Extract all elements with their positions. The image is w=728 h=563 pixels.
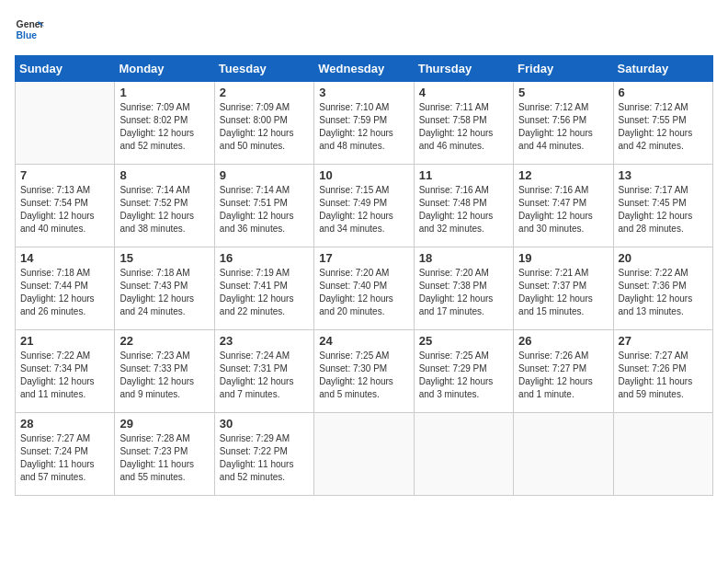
calendar-week-row: 1Sunrise: 7:09 AMSunset: 8:02 PMDaylight… bbox=[16, 82, 713, 165]
cell-info-line: and 11 minutes. bbox=[20, 388, 109, 401]
cell-info-line: Daylight: 11 hours bbox=[220, 458, 309, 471]
cell-info-line: and 50 minutes. bbox=[220, 140, 309, 153]
svg-text:General: General bbox=[17, 19, 44, 29]
cell-info-line: Sunrise: 7:09 AM bbox=[220, 101, 309, 114]
cell-info-line: Sunset: 7:48 PM bbox=[419, 197, 508, 210]
day-number: 17 bbox=[319, 251, 408, 265]
day-number: 18 bbox=[419, 251, 508, 265]
cell-info-line: Sunset: 7:58 PM bbox=[419, 114, 508, 127]
cell-info-line: Daylight: 12 hours bbox=[518, 293, 608, 305]
cell-info-line: Sunset: 7:37 PM bbox=[518, 280, 608, 293]
cell-info-line: and 44 minutes. bbox=[518, 140, 608, 153]
cell-info-line: Sunset: 7:56 PM bbox=[518, 114, 608, 127]
cell-info-line: Daylight: 12 hours bbox=[119, 127, 209, 140]
cell-info-line: Sunrise: 7:27 AM bbox=[619, 350, 708, 362]
cell-info-line: Sunset: 7:24 PM bbox=[20, 445, 109, 458]
cell-info-line: and 28 minutes. bbox=[619, 223, 708, 236]
calendar-cell: 18Sunrise: 7:20 AMSunset: 7:38 PMDayligh… bbox=[414, 247, 513, 330]
cell-info-line: Sunrise: 7:17 AM bbox=[619, 184, 708, 197]
cell-info-line: and 15 minutes. bbox=[518, 305, 608, 318]
cell-info-line: Daylight: 12 hours bbox=[220, 210, 309, 223]
cell-info-line: and 32 minutes. bbox=[419, 223, 508, 236]
calendar-cell: 26Sunrise: 7:26 AMSunset: 7:27 PMDayligh… bbox=[514, 330, 613, 413]
cell-info-line: and 40 minutes. bbox=[20, 223, 109, 236]
cell-info-line: Daylight: 12 hours bbox=[619, 293, 708, 305]
cell-info-line: Sunrise: 7:12 AM bbox=[619, 101, 708, 114]
cell-info-line: Sunset: 7:31 PM bbox=[220, 362, 309, 375]
day-number: 10 bbox=[319, 168, 408, 182]
calendar-cell: 20Sunrise: 7:22 AMSunset: 7:36 PMDayligh… bbox=[613, 247, 712, 330]
cell-info-line: Sunset: 7:47 PM bbox=[518, 197, 608, 210]
cell-info-line: and 55 minutes. bbox=[119, 471, 209, 484]
cell-info-line: Sunset: 7:23 PM bbox=[119, 445, 209, 458]
calendar-cell: 23Sunrise: 7:24 AMSunset: 7:31 PMDayligh… bbox=[214, 330, 313, 413]
cell-info-line: Daylight: 11 hours bbox=[619, 375, 708, 388]
cell-info-line: Sunrise: 7:21 AM bbox=[518, 267, 608, 280]
day-number: 21 bbox=[20, 334, 109, 348]
calendar-cell: 12Sunrise: 7:16 AMSunset: 7:47 PMDayligh… bbox=[514, 165, 613, 247]
calendar-cell bbox=[314, 413, 414, 496]
cell-info-line: Sunset: 7:41 PM bbox=[220, 280, 309, 293]
calendar-cell: 16Sunrise: 7:19 AMSunset: 7:41 PMDayligh… bbox=[214, 247, 313, 330]
cell-info-line: Sunset: 7:33 PM bbox=[119, 362, 209, 375]
calendar-week-row: 21Sunrise: 7:22 AMSunset: 7:34 PMDayligh… bbox=[16, 330, 713, 413]
day-header-saturday: Saturday bbox=[613, 56, 712, 82]
cell-info-line: and 52 minutes. bbox=[119, 140, 209, 153]
cell-info-line: Daylight: 12 hours bbox=[419, 375, 508, 388]
calendar-table: SundayMondayTuesdayWednesdayThursdayFrid… bbox=[15, 55, 713, 496]
calendar-cell: 21Sunrise: 7:22 AMSunset: 7:34 PMDayligh… bbox=[16, 330, 115, 413]
calendar-header-row: SundayMondayTuesdayWednesdayThursdayFrid… bbox=[16, 56, 713, 82]
cell-info-line: and 59 minutes. bbox=[619, 388, 708, 401]
cell-info-line: Daylight: 11 hours bbox=[119, 458, 209, 471]
calendar-cell: 28Sunrise: 7:27 AMSunset: 7:24 PMDayligh… bbox=[16, 413, 115, 496]
cell-info-line: Daylight: 12 hours bbox=[20, 375, 109, 388]
cell-info-line: and 9 minutes. bbox=[119, 388, 209, 401]
cell-info-line: and 13 minutes. bbox=[619, 305, 708, 318]
calendar-week-row: 28Sunrise: 7:27 AMSunset: 7:24 PMDayligh… bbox=[16, 413, 713, 496]
cell-info-line: Sunrise: 7:18 AM bbox=[20, 267, 109, 280]
cell-info-line: Daylight: 12 hours bbox=[20, 293, 109, 305]
calendar-week-row: 14Sunrise: 7:18 AMSunset: 7:44 PMDayligh… bbox=[16, 247, 713, 330]
cell-info-line: Daylight: 12 hours bbox=[220, 375, 309, 388]
day-number: 2 bbox=[220, 86, 309, 99]
calendar-cell: 30Sunrise: 7:29 AMSunset: 7:22 PMDayligh… bbox=[214, 413, 313, 496]
cell-info-line: Sunset: 7:40 PM bbox=[319, 280, 408, 293]
cell-info-line: Sunrise: 7:09 AM bbox=[119, 101, 209, 114]
day-number: 15 bbox=[119, 251, 209, 265]
calendar-cell: 4Sunrise: 7:11 AMSunset: 7:58 PMDaylight… bbox=[414, 82, 513, 165]
cell-info-line: Sunrise: 7:14 AM bbox=[220, 184, 309, 197]
calendar-cell: 15Sunrise: 7:18 AMSunset: 7:43 PMDayligh… bbox=[115, 247, 214, 330]
cell-info-line: Sunrise: 7:20 AM bbox=[419, 267, 508, 280]
day-number: 23 bbox=[220, 334, 309, 348]
calendar-cell: 9Sunrise: 7:14 AMSunset: 7:51 PMDaylight… bbox=[214, 165, 313, 247]
day-header-thursday: Thursday bbox=[414, 56, 513, 82]
calendar-cell: 29Sunrise: 7:28 AMSunset: 7:23 PMDayligh… bbox=[115, 413, 214, 496]
cell-info-line: Sunset: 7:54 PM bbox=[20, 197, 109, 210]
cell-info-line: Daylight: 12 hours bbox=[619, 127, 708, 140]
day-number: 27 bbox=[619, 334, 708, 348]
cell-info-line: and 5 minutes. bbox=[319, 388, 408, 401]
cell-info-line: Sunrise: 7:14 AM bbox=[119, 184, 209, 197]
cell-info-line: Sunset: 7:52 PM bbox=[119, 197, 209, 210]
cell-info-line: Sunset: 7:51 PM bbox=[220, 197, 309, 210]
cell-info-line: and 42 minutes. bbox=[619, 140, 708, 153]
day-number: 20 bbox=[619, 251, 708, 265]
calendar-cell bbox=[16, 82, 115, 165]
cell-info-line: Sunrise: 7:19 AM bbox=[220, 267, 309, 280]
day-number: 6 bbox=[619, 86, 708, 99]
calendar-cell: 17Sunrise: 7:20 AMSunset: 7:40 PMDayligh… bbox=[314, 247, 414, 330]
cell-info-line: Sunset: 7:38 PM bbox=[419, 280, 508, 293]
cell-info-line: Sunrise: 7:25 AM bbox=[319, 350, 408, 362]
logo-icon: General Blue bbox=[15, 15, 44, 44]
cell-info-line: Sunrise: 7:16 AM bbox=[419, 184, 508, 197]
day-number: 30 bbox=[220, 417, 309, 431]
cell-info-line: Sunset: 8:02 PM bbox=[119, 114, 209, 127]
cell-info-line: Daylight: 12 hours bbox=[319, 210, 408, 223]
day-number: 14 bbox=[20, 251, 109, 265]
cell-info-line: Sunset: 7:29 PM bbox=[419, 362, 508, 375]
cell-info-line: Sunset: 7:22 PM bbox=[220, 445, 309, 458]
cell-info-line: Daylight: 12 hours bbox=[119, 210, 209, 223]
cell-info-line: Daylight: 12 hours bbox=[220, 127, 309, 140]
day-number: 29 bbox=[119, 417, 209, 431]
calendar-cell: 2Sunrise: 7:09 AMSunset: 8:00 PMDaylight… bbox=[214, 82, 313, 165]
